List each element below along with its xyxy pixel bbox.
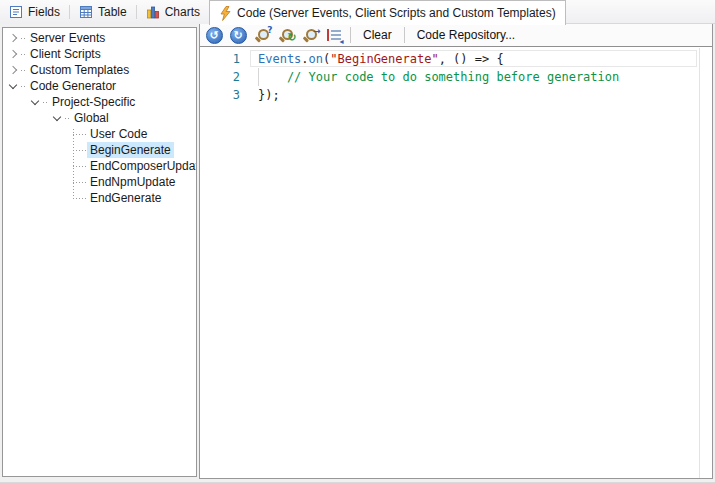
tab-label: Fields (28, 5, 60, 19)
code-repository-button[interactable]: Code Repository... (409, 27, 524, 43)
tab-table[interactable]: Table (70, 0, 136, 24)
line-number: 3 (200, 86, 240, 104)
tree-item-label: Client Scripts (27, 46, 104, 62)
code-text: }); (258, 86, 280, 104)
tree-line (73, 166, 86, 167)
tab-fields[interactable]: Fields (0, 0, 69, 24)
tree-line (73, 198, 86, 199)
tab-label: Table (98, 5, 127, 19)
fields-icon (9, 5, 23, 19)
tree-connector-line (73, 128, 74, 199)
chevron-down-icon[interactable] (9, 80, 17, 88)
redo-button[interactable]: ↻ (226, 25, 250, 45)
find-next-icon: → (302, 27, 319, 44)
code-line[interactable]: 1Events.on("BeginGenerate", () => { (200, 50, 712, 68)
redo-icon: ↻ (230, 27, 247, 44)
tree-item-custom-templates[interactable]: Custom Templates (3, 62, 196, 78)
tree-item-label: User Code (87, 126, 150, 142)
tree-item-label: Project-Specific (49, 94, 138, 110)
code-text: Events.on("BeginGenerate", () => { (258, 50, 504, 68)
tree-item-client-scripts[interactable]: Client Scripts (3, 46, 196, 62)
tree-item-project-specific[interactable]: Project-Specific (3, 94, 196, 110)
tree-item-label: EndComposerUpdate (87, 158, 197, 174)
chevron-right-icon[interactable] (9, 50, 17, 58)
find-next-button[interactable]: → (298, 25, 322, 45)
tree-item-label: EndNpmUpdate (87, 174, 178, 190)
chevron-down-icon[interactable] (31, 96, 39, 104)
line-number: 2 (200, 68, 240, 86)
tab-label: Charts (165, 5, 200, 19)
line-number: 1 (200, 50, 240, 68)
tree-line (43, 102, 47, 103)
chevron-down-icon[interactable] (53, 112, 61, 120)
find-replace-icon: ↻ (278, 27, 295, 44)
tree-item-label: Global (71, 110, 112, 126)
tree-item-label: Server Events (27, 30, 108, 46)
toolbar-separator (404, 27, 405, 43)
table-icon (79, 5, 93, 19)
goto-line-icon (326, 27, 343, 43)
tree-item-label: EndGenerate (87, 190, 164, 206)
code-editor[interactable]: 1Events.on("BeginGenerate", () => {2 // … (200, 48, 712, 478)
editor-scrollbar[interactable] (699, 48, 712, 478)
tree-item-label: BeginGenerate (87, 142, 174, 158)
tree-item-begingenerate[interactable]: BeginGenerate (3, 142, 196, 158)
tree-line (21, 86, 25, 87)
tree-line (21, 70, 25, 71)
tree-panel[interactable]: Server EventsClient ScriptsCustom Templa… (2, 27, 197, 477)
tab-bar-filler (566, 0, 715, 24)
tree-item-endgenerate[interactable]: EndGenerate (3, 190, 196, 206)
chevron-right-icon[interactable] (9, 66, 17, 74)
tree-item-label: Code Generator (27, 78, 119, 94)
editor-toolbar: ↺↻?↻→ Clear Code Repository... (200, 24, 712, 47)
tree-item-label: Custom Templates (27, 62, 132, 78)
code-text: // Your code to do something before gene… (258, 68, 619, 86)
tree-item-server-events[interactable]: Server Events (3, 30, 196, 46)
charts-icon (146, 5, 160, 19)
toolbar-separator (350, 27, 351, 43)
tree-line (73, 150, 86, 151)
tree-item-endnpmupdate[interactable]: EndNpmUpdate (3, 174, 196, 190)
goto-line-button[interactable] (322, 25, 346, 45)
find-icon: ? (254, 27, 271, 44)
tree-line (73, 134, 86, 135)
tree-item-endcomposerupdate[interactable]: EndComposerUpdate (3, 158, 196, 174)
tab-label: Code (Server Events, Client Scripts and … (237, 6, 556, 20)
tree-item-code-generator[interactable]: Code Generator (3, 78, 196, 94)
lightning-icon (219, 6, 232, 21)
tab-code[interactable]: Code (Server Events, Client Scripts and … (209, 0, 566, 25)
clear-button[interactable]: Clear (355, 27, 400, 43)
tab-bar: Fields Table (0, 0, 715, 24)
app-window: Fields Table (0, 0, 715, 483)
undo-icon: ↺ (206, 27, 223, 44)
code-line[interactable]: 2 // Your code to do something before ge… (200, 68, 712, 86)
tree-item-user-code[interactable]: User Code (3, 126, 196, 142)
chevron-right-icon[interactable] (9, 34, 17, 42)
tree-line (21, 54, 25, 55)
tree-line (73, 182, 86, 183)
tree-item-global[interactable]: Global (3, 110, 196, 126)
find-replace-button[interactable]: ↻ (274, 25, 298, 45)
code-panel: ↺↻?↻→ Clear Code Repository... 1Events.o… (199, 24, 713, 479)
tree-line (21, 38, 25, 39)
tree-line (65, 118, 69, 119)
tab-charts[interactable]: Charts (137, 0, 209, 24)
undo-button[interactable]: ↺ (202, 25, 226, 45)
code-line[interactable]: 3}); (200, 86, 712, 104)
find-button[interactable]: ? (250, 25, 274, 45)
